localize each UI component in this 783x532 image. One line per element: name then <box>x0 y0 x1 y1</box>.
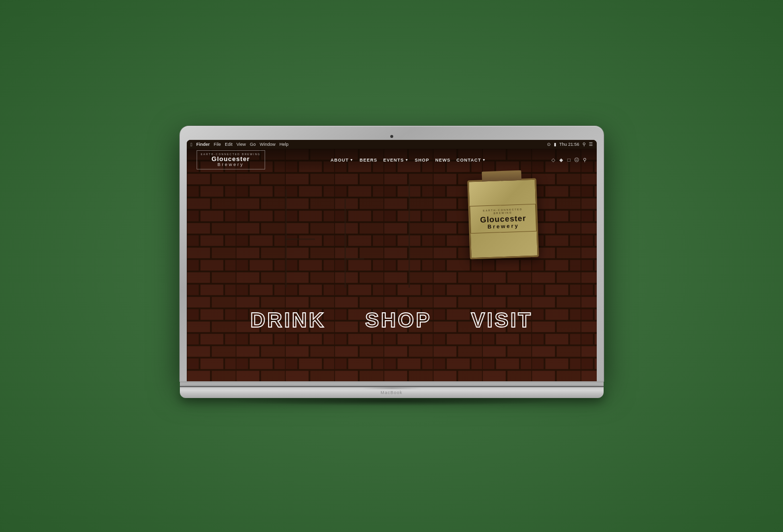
brewery-sign: Earth-Connected Brewing Gloucester Brewe… <box>467 178 539 260</box>
nav-beers[interactable]: BEERS <box>360 158 377 163</box>
logo-main-text: Gloucester <box>211 156 250 162</box>
menubar-file[interactable]: File <box>214 142 221 147</box>
menubar-help[interactable]: Help <box>279 142 289 147</box>
screen-bezel:  Finder File Edit View Go Window Help ⊙… <box>187 140 597 381</box>
drink-cta[interactable]: DRINK <box>250 308 326 332</box>
laptop-screen-outer:  Finder File Edit View Go Window Help ⊙… <box>180 126 604 381</box>
about-chevron-icon: ▼ <box>350 158 354 162</box>
logo-sub-text: Brewery <box>217 162 244 167</box>
menubar-view[interactable]: View <box>237 142 246 147</box>
facebook-icon[interactable]: ◇ <box>551 157 555 163</box>
wifi-icon: ⊙ <box>547 142 551 147</box>
shop-cta[interactable]: SHOP <box>365 308 432 332</box>
laptop-base: MacBook <box>180 387 604 398</box>
screen-content:  Finder File Edit View Go Window Help ⊙… <box>187 140 597 381</box>
bg-pipe-2 <box>344 199 346 288</box>
apple-logo-icon:  <box>191 142 193 147</box>
menubar-edit[interactable]: Edit <box>225 142 233 147</box>
nav-links: ABOUT ▼ BEERS EVENTS ▼ SHOP <box>331 158 486 163</box>
laptop-hinge <box>180 381 604 387</box>
navigation: Earth-Connected Brewing Gloucester Brewe… <box>187 149 597 171</box>
nav-contact[interactable]: CONTACT ▼ <box>456 158 486 163</box>
search-nav-icon[interactable]: ⚲ <box>583 157 586 163</box>
nav-shop[interactable]: SHOP <box>415 158 430 163</box>
menubar-window[interactable]: Window <box>260 142 275 147</box>
contact-chevron-icon: ▼ <box>482 158 486 162</box>
macbook-label: MacBook <box>380 390 403 395</box>
nav-about[interactable]: ABOUT ▼ <box>331 158 354 163</box>
laptop-container:  Finder File Edit View Go Window Help ⊙… <box>180 126 604 406</box>
instagram-icon[interactable]: □ <box>567 157 570 163</box>
site-logo[interactable]: Earth-Connected Brewing Gloucester Brewe… <box>197 150 265 169</box>
control-icon[interactable]: ☰ <box>589 142 593 147</box>
bg-pipe-h2 <box>344 258 364 260</box>
bg-pipe-h1 <box>285 238 315 240</box>
sign-border: Earth-Connected Brewing Gloucester Brewe… <box>470 204 537 234</box>
nav-social-icons: ◇ ◆ □ ☹ ⚲ <box>551 157 586 163</box>
menubar-go[interactable]: Go <box>250 142 256 147</box>
search-icon[interactable]: ⚲ <box>582 142 586 147</box>
macos-menubar:  Finder File Edit View Go Window Help ⊙… <box>187 140 597 149</box>
events-chevron-icon: ▼ <box>405 158 409 162</box>
battery-icon: ▮ <box>554 142 556 147</box>
cart-icon[interactable]: ☹ <box>574 157 579 163</box>
camera-dot <box>390 135 393 138</box>
nav-news[interactable]: NEWS <box>435 158 450 163</box>
hero-cta-section: DRINK SHOP VISIT <box>187 308 597 332</box>
menubar-finder[interactable]: Finder <box>196 142 210 147</box>
menubar-left:  Finder File Edit View Go Window Help <box>191 142 289 147</box>
visit-cta[interactable]: VISIT <box>471 308 533 332</box>
sign-hanger <box>481 170 521 182</box>
twitter-icon[interactable]: ◆ <box>559 157 563 163</box>
nav-events[interactable]: EVENTS ▼ <box>383 158 409 163</box>
bg-pipe-3 <box>409 179 410 288</box>
clock: Thu 21:56 <box>559 142 579 147</box>
menubar-right: ⊙ ▮ Thu 21:56 ⚲ ☰ <box>547 142 593 147</box>
